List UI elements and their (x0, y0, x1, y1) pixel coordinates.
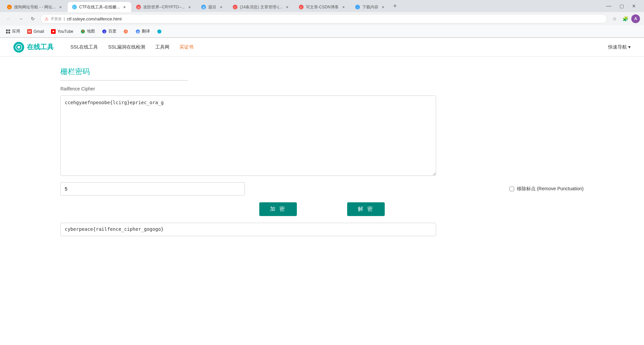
bookmark-baidu[interactable]: 百 百度 (99, 27, 119, 36)
translate-icon: 翻 (135, 29, 141, 34)
tab-2-favicon: C (72, 4, 77, 10)
url-bar[interactable]: ⚠ 不安全 | ctf.ssleye.com/railfence.html (40, 14, 607, 23)
remove-punctuation-checkbox[interactable] (509, 187, 514, 191)
tab-7-favicon: ↓ (355, 4, 360, 10)
extensions-button[interactable]: 🧩 (621, 14, 630, 23)
address-bar-icons: ☆ 🧩 A (610, 14, 640, 23)
controls-row: 移除标点 (Remove Punctuation) (60, 182, 584, 196)
back-button[interactable]: ← (4, 14, 13, 23)
url-text: ctf.ssleye.com/railfence.html (67, 16, 121, 21)
page-title: 栅栏密码 (60, 67, 188, 77)
nav-tools[interactable]: 工具网 (155, 44, 169, 50)
page-subtitle: Railfence Cipher (60, 86, 584, 91)
nav-ssl-tool[interactable]: SSL在线工具 (70, 44, 98, 50)
svg-text:火: 火 (124, 30, 127, 33)
tab-7-close[interactable]: ✕ (380, 4, 386, 10)
tab-3-close[interactable]: ✕ (187, 4, 192, 10)
bookmark-gmail-label: Gmail (34, 29, 44, 34)
close-button[interactable]: ✕ (629, 3, 639, 9)
bookmark-5[interactable]: 火 (120, 27, 131, 36)
profile-avatar[interactable]: A (631, 14, 640, 23)
window-controls: — ▢ ✕ (603, 3, 641, 9)
browser-chrome: S 搜狗网址导航 - - 网址... ✕ C CTF在线工具-在线栅... ✕ … (0, 0, 644, 38)
svg-text:翻: 翻 (137, 30, 139, 33)
baidu-icon: 百 (102, 29, 107, 34)
bookmark-star-button[interactable]: ☆ (610, 14, 619, 23)
bookmark-web[interactable]: 🌐 (154, 27, 165, 36)
main-content: 栅栏密码 Railfence Cipher 移除标点 (Remove Punct… (0, 57, 644, 258)
tab-1-favicon: S (7, 4, 12, 10)
site-logo[interactable]: 在线工具 (13, 42, 54, 53)
svg-text:↓: ↓ (357, 6, 358, 9)
bookmark-apps[interactable]: 应用 (3, 27, 23, 36)
tab-5-close[interactable]: ✕ (284, 4, 290, 10)
bookmark-translate[interactable]: 翻 翻译 (132, 27, 153, 36)
nav-ssl-scan[interactable]: SSL漏洞在线检测 (108, 44, 145, 50)
bookmark-maps-label: 地图 (87, 28, 95, 34)
tab-5[interactable]: C (14条消息) 文章管理-(... ✕ (228, 2, 294, 12)
svg-text:攻: 攻 (138, 6, 140, 9)
forward-button[interactable]: → (16, 14, 25, 23)
tab-bar: S 搜狗网址导航 - - 网址... ✕ C CTF在线工具-在线栅... ✕ … (0, 0, 644, 12)
new-tab-button[interactable]: + (390, 1, 400, 11)
tab-4[interactable]: 题 题目 ✕ (197, 2, 228, 12)
tab-6-close[interactable]: ✕ (341, 4, 346, 10)
result-text: cyberpeace{railfence_cipher_gogogo} (65, 226, 164, 232)
remove-punctuation-label: 移除标点 (Remove Punctuation) (509, 186, 584, 192)
svg-rect-15 (8, 29, 10, 31)
svg-point-33 (17, 46, 20, 49)
svg-rect-16 (6, 32, 8, 33)
bookmark-apps-label: 应用 (12, 28, 20, 34)
bookmarks-bar: 应用 M Gmail YouTube (0, 25, 644, 38)
tab-6-title: 写文章-CSDN博客 (306, 4, 339, 10)
tab-6[interactable]: C 写文章-CSDN博客 ✕ (294, 2, 350, 12)
tab-1[interactable]: S 搜狗网址导航 - - 网址... ✕ (3, 2, 67, 12)
svg-text:C: C (234, 6, 236, 9)
tab-1-close[interactable]: ✕ (58, 4, 63, 10)
svg-text:C: C (73, 6, 75, 9)
svg-text:S: S (8, 6, 10, 9)
tab-4-close[interactable]: ✕ (218, 4, 224, 10)
tab-5-title: (14条消息) 文章管理-(... (240, 4, 282, 10)
svg-text:M: M (28, 30, 31, 33)
encrypt-button[interactable]: 加 密 (259, 202, 297, 216)
tab-3[interactable]: 攻 攻防世界--CRYPTO--... ✕ (132, 2, 196, 12)
url-separator: | (64, 16, 65, 21)
bookmark-gmail[interactable]: M Gmail (24, 27, 47, 36)
cipher-input[interactable] (60, 95, 436, 176)
youtube-icon (51, 29, 56, 34)
gmail-icon: M (27, 29, 32, 34)
tab-3-favicon: 攻 (136, 4, 141, 10)
maximize-button[interactable]: ▢ (617, 3, 627, 9)
page-title-section: 栅栏密码 (60, 67, 188, 81)
tab-3-title: 攻防世界--CRYPTO--... (143, 4, 185, 10)
bookmark-maps[interactable]: 📍 地图 (77, 27, 98, 36)
address-bar: ← → ↻ ⚠ 不安全 | ctf.ssleye.com/railfence.h… (0, 12, 644, 25)
rails-input[interactable] (60, 182, 245, 196)
svg-text:🌐: 🌐 (157, 29, 161, 33)
tab-2[interactable]: C CTF在线工具-在线栅... ✕ (68, 2, 131, 12)
remove-punctuation-text: 移除标点 (Remove Punctuation) (517, 186, 584, 192)
nav-quick-nav-label: 快速导航 ▾ (608, 44, 631, 50)
decrypt-button[interactable]: 解 密 (347, 202, 385, 216)
minimize-button[interactable]: — (603, 3, 614, 9)
svg-text:题: 题 (202, 6, 205, 9)
nav-quick-nav[interactable]: 快速导航 ▾ (608, 44, 631, 50)
tab-2-close[interactable]: ✕ (122, 4, 127, 10)
tab-1-title: 搜狗网址导航 - - 网址... (14, 4, 56, 10)
refresh-button[interactable]: ↻ (28, 14, 38, 23)
apps-icon (5, 29, 11, 34)
nav-buy-cert[interactable]: 买证书 (179, 44, 194, 50)
tab-7[interactable]: ↓ 下载内容 ✕ (351, 2, 390, 12)
bookmark-5-icon: 火 (123, 29, 128, 34)
tab-5-favicon: C (232, 4, 238, 10)
svg-rect-14 (6, 29, 8, 31)
svg-text:📍: 📍 (81, 29, 85, 33)
maps-icon: 📍 (80, 29, 86, 34)
logo-icon (13, 42, 24, 53)
bookmark-youtube[interactable]: YouTube (48, 27, 76, 36)
security-label: 不安全 (51, 16, 62, 21)
site-navigation: 在线工具 SSL在线工具 SSL漏洞在线检测 工具网 买证书 快速导航 ▾ (0, 38, 644, 57)
buttons-row: 加 密 解 密 (60, 202, 584, 216)
bookmark-baidu-label: 百度 (108, 28, 116, 34)
